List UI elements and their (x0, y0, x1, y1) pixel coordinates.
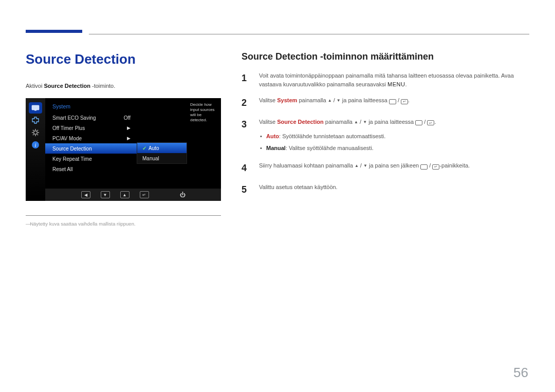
osd-row-label: Off Timer Plus (52, 125, 85, 131)
step-text: painamalla (297, 97, 327, 103)
step-number: 4 (242, 161, 250, 176)
osd-heading: System (45, 102, 138, 113)
svg-line-8 (38, 135, 39, 136)
enter-button-icon: ↵ (401, 99, 408, 104)
svg-point-2 (34, 131, 38, 135)
bullet-text: : Valitse syöttölähde manuaalisesti. (286, 145, 374, 151)
step-text: -painikkeita. (439, 162, 470, 169)
step-text: Valitse (259, 119, 277, 125)
section-heading: Source Detection -toiminnon määrittämine… (242, 51, 529, 62)
osd-sidebar-picture-icon (29, 102, 42, 114)
left-column: Source Detection Aktivoi Source Detectio… (26, 51, 221, 227)
sub-bullet-list: Auto: Syöttölähde tunnistetaan automaatt… (259, 130, 529, 154)
osd-sub-manual: Manual (137, 153, 187, 163)
osd-screenshot: i System Smart ECO Saving Off Off Timer … (26, 98, 221, 201)
nav-down-icon: ▼ (101, 191, 110, 198)
osd-sub-label: ✓Auto (142, 145, 159, 151)
step-text: Siirry haluamaasi kohtaan painamalla (259, 162, 355, 169)
step-body: Siirry haluamaasi kohtaan painamalla ▲ /… (259, 161, 529, 176)
enter-button-icon: ↵ (427, 120, 434, 125)
osd-sub-text: Auto (149, 145, 159, 151)
triangle-down-icon: ▼ (337, 98, 341, 104)
step-number: 1 (242, 71, 250, 89)
osd-row-reset-all: Reset All (45, 164, 138, 174)
activate-prefix: Aktivoi (26, 83, 44, 89)
bullet-text: : Syöttölähde tunnistetaan automaattises… (279, 133, 385, 139)
osd-sub-auto: ✓Auto (137, 143, 187, 153)
step-number: 3 (242, 118, 250, 154)
step-text: / (428, 162, 432, 169)
step-text: ja paina laitteessa (367, 119, 415, 125)
triangle-up-icon: ▲ (328, 98, 332, 104)
svg-line-10 (38, 130, 39, 131)
osd-row-value: Off (124, 115, 131, 121)
nav-up-icon: ▲ (120, 191, 130, 198)
osd-main-panel: System Smart ECO Saving Off Off Timer Pl… (45, 98, 138, 178)
step-text: / (396, 97, 401, 103)
osd-row-label: Smart ECO Saving (52, 115, 96, 121)
bullet-label: Auto (266, 133, 279, 139)
triangle-down-icon: ▼ (363, 163, 367, 169)
triangle-down-icon: ▼ (363, 119, 367, 125)
osd-row-source-detection: Source Detection (45, 143, 138, 154)
steps-list: 1 Voit avata toimintonäppäinoppaan paina… (242, 71, 529, 197)
osd-row-pcav: PC/AV Mode ▶ (45, 133, 138, 143)
osd-sidebar-screen-icon (29, 115, 42, 126)
step-text: . (434, 119, 436, 125)
step-number: 2 (242, 96, 250, 110)
osd-row-off-timer: Off Timer Plus ▶ (45, 123, 138, 133)
step-text: / (332, 97, 337, 103)
svg-line-9 (33, 135, 34, 136)
step-text: / (422, 119, 427, 125)
enter-button-icon: ↵ (432, 164, 439, 170)
step-2: 2 Valitse System painamalla ▲ / ▼ ja pai… (242, 96, 529, 110)
page-number: 56 (513, 365, 528, 381)
step-text: Voit avata toimintonäppäinoppaan painama… (259, 72, 514, 87)
header-rule (89, 34, 529, 34)
step-body: Valitse Source Detection painamalla ▲ / … (259, 118, 529, 154)
step-text: ja paina laitteessa (341, 97, 389, 103)
osd-sidebar-settings-icon (29, 127, 42, 138)
step-text: . (408, 97, 410, 103)
svg-text:i: i (34, 142, 36, 148)
osd-row-key-repeat: Key Repeat Time (45, 154, 138, 164)
step-text: painamalla (324, 119, 354, 125)
osd-submenu: ✓Auto Manual (137, 142, 187, 164)
step-body: Voit avata toimintonäppäinoppaan painama… (259, 71, 529, 89)
chevron-right-icon: ▶ (127, 136, 131, 141)
activate-line: Aktivoi Source Detection -toiminto. (26, 83, 221, 89)
svg-rect-1 (34, 110, 36, 111)
menu-label: MENU (387, 81, 405, 87)
page-title: Source Detection (26, 51, 221, 67)
step-text: / (359, 162, 363, 169)
osd-sidebar: i (26, 98, 45, 201)
osd-help-text: Decide how input sources will be detecte… (190, 102, 218, 123)
step-body: Valitse System painamalla ▲ / ▼ ja paina… (259, 96, 529, 110)
activate-bold: Source Detection (44, 83, 90, 89)
button-icon (420, 164, 428, 170)
bullet-auto: Auto: Syöttölähde tunnistetaan automaatt… (259, 130, 529, 142)
step-text: Valitse (259, 97, 277, 103)
hl-system: System (277, 97, 297, 103)
step-text: . (405, 81, 406, 87)
step-3: 3 Valitse Source Detection painamalla ▲ … (242, 118, 529, 154)
step-body: Valittu asetus otetaan käyttöön. (259, 183, 529, 197)
button-icon (415, 120, 422, 125)
bullet-label: Manual (266, 145, 286, 151)
chevron-right-icon: ▶ (127, 125, 131, 130)
power-icon: ⏻ (180, 192, 186, 198)
step-number: 5 (242, 183, 250, 197)
bullet-manual: Manual: Valitse syöttölähde manuaalisest… (259, 142, 529, 154)
button-icon (389, 99, 396, 104)
header-accent-bar (26, 30, 82, 33)
step-text: ja paina sen jälkeen (367, 162, 420, 169)
nav-enter-icon: ↵ (140, 191, 149, 198)
nav-left-icon: ◀ (81, 191, 90, 198)
svg-line-7 (33, 130, 34, 131)
osd-sidebar-info-icon: i (29, 139, 42, 151)
step-5: 5 Valittu asetus otetaan käyttöön. (242, 183, 529, 197)
osd-row-label: Reset All (52, 166, 72, 172)
osd-row-label: Source Detection (52, 146, 92, 152)
svg-rect-0 (32, 105, 39, 110)
osd-button-bar: ◀ ▼ ▲ ↵ ⏻ (45, 189, 221, 201)
